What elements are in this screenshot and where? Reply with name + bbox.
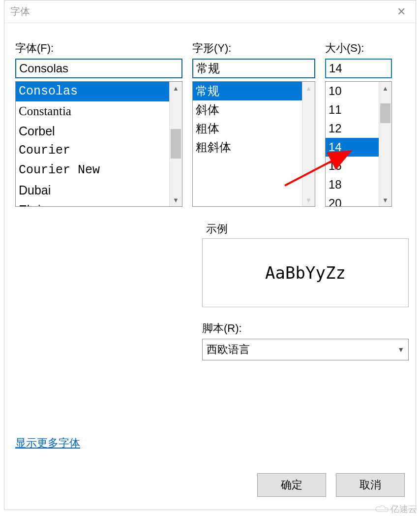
cancel-button[interactable]: 取消 [336,473,405,497]
scroll-up-icon[interactable]: ▲ [379,82,391,95]
sample-box: AaBbYyZz [202,238,409,307]
size-label: 大小(S): [325,41,392,56]
list-item[interactable]: 常规 [193,82,302,100]
close-button[interactable]: ✕ [387,0,416,23]
script-group: 脚本(R): 西欧语言 ▼ [202,321,409,360]
list-item[interactable]: 18 [326,175,379,194]
list-item[interactable]: 粗体 [193,119,302,138]
list-item[interactable]: Constantia [16,101,169,121]
script-label: 脚本(R): [202,321,409,336]
style-label: 字形(Y): [192,41,315,56]
font-input[interactable] [15,59,182,78]
style-input[interactable] [192,59,315,78]
style-list-wrap: 常规 斜体 粗体 粗斜体 ▲ ▼ [192,81,315,207]
list-item[interactable]: 14 [326,138,379,157]
watermark-text: 亿速云 [390,503,417,515]
size-listbox[interactable]: 10 11 12 14 16 18 20 [326,82,379,206]
button-row: 确定 取消 [257,473,405,497]
list-item[interactable]: 20 [326,194,379,206]
dialog-content: 字体(F): Consolas Constantia Corbel Courie… [4,23,416,510]
sample-text: AaBbYyZz [265,263,346,283]
style-scrollbar[interactable]: ▲ ▼ [302,82,315,206]
list-item[interactable]: Dubai [16,180,169,200]
font-label: 字体(F): [15,41,182,56]
script-value: 西欧语言 [207,342,250,357]
scroll-track[interactable] [170,95,182,194]
close-icon: ✕ [397,5,406,18]
scroll-thumb[interactable] [171,129,181,159]
size-column: 大小(S): 10 11 12 14 16 18 20 ▲ [325,41,392,207]
list-item[interactable]: Consolas [16,82,169,101]
list-item[interactable]: Courier New [16,161,169,180]
font-listbox[interactable]: Consolas Constantia Corbel Courier Couri… [16,82,169,206]
scroll-thumb[interactable] [380,103,390,123]
chevron-down-icon: ▼ [397,346,404,354]
list-item[interactable]: Corbel [16,121,169,141]
list-item[interactable]: 12 [326,119,379,138]
font-list-wrap: Consolas Constantia Corbel Courier Couri… [15,81,182,207]
scroll-track[interactable] [302,95,315,194]
font-column: 字体(F): Consolas Constantia Corbel Courie… [15,41,182,207]
style-listbox[interactable]: 常规 斜体 粗体 粗斜体 [193,82,302,206]
size-input[interactable] [325,59,392,78]
style-column: 字形(Y): 常规 斜体 粗体 粗斜体 ▲ ▼ [192,41,315,207]
sample-group: 示例 AaBbYyZz [202,222,409,307]
scroll-down-icon[interactable]: ▼ [170,194,182,206]
list-item[interactable]: Courier [16,141,169,161]
script-select[interactable]: 西欧语言 ▼ [202,339,409,360]
watermark: 亿速云 [375,503,417,515]
list-item[interactable]: 粗斜体 [193,138,302,157]
more-fonts-link[interactable]: 显示更多字体 [15,436,80,451]
scroll-down-icon[interactable]: ▼ [302,194,315,206]
size-list-wrap: 10 11 12 14 16 18 20 ▲ ▼ [325,81,392,207]
list-item[interactable]: 10 [326,82,379,100]
dialog-title: 字体 [10,5,30,18]
scroll-down-icon[interactable]: ▼ [379,194,391,206]
list-item[interactable]: Ebrima [16,200,169,206]
cloud-icon [375,505,389,514]
sample-label: 示例 [202,222,409,236]
scroll-track[interactable] [379,95,391,194]
size-scrollbar[interactable]: ▲ ▼ [379,82,391,206]
font-dialog: 字体 ✕ 字体(F): Consolas Constantia Corbel C… [4,0,416,510]
list-item[interactable]: 16 [326,157,379,175]
ok-button[interactable]: 确定 [257,473,326,497]
scroll-up-icon[interactable]: ▲ [170,82,182,95]
scroll-up-icon[interactable]: ▲ [302,82,315,95]
titlebar: 字体 ✕ [4,0,416,23]
list-item[interactable]: 11 [326,100,379,119]
list-item[interactable]: 斜体 [193,100,302,119]
font-scrollbar[interactable]: ▲ ▼ [169,82,182,206]
